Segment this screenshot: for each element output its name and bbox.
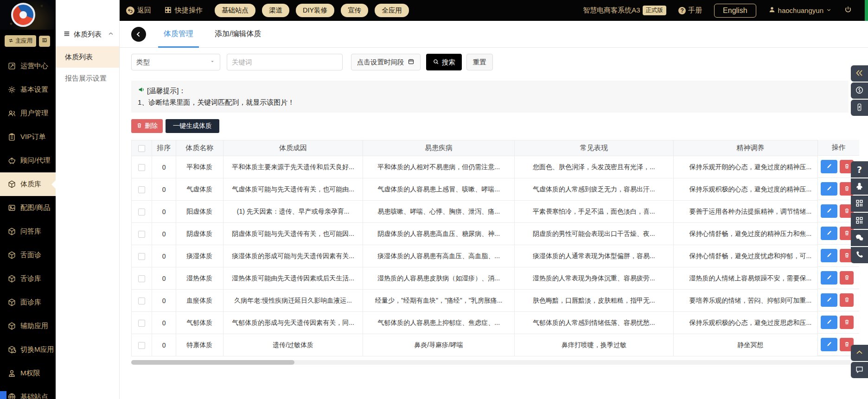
chevron-up-icon[interactable] <box>107 30 115 39</box>
chart-icon <box>7 62 16 71</box>
sidebar-item-体质库[interactable]: 体质库 <box>0 172 56 196</box>
qq-button[interactable] <box>851 178 868 195</box>
trash-icon <box>844 230 850 237</box>
green-edge-strip <box>865 0 868 21</box>
tip-box: [温馨提示]： 1、诊断结果里面，关键词匹配到，就显示该图片！ <box>131 81 849 113</box>
page-back-button[interactable] <box>131 27 146 42</box>
wechat-button[interactable] <box>851 230 868 246</box>
sidebar-item-配图/商品[interactable]: 配图/商品 <box>0 196 56 220</box>
horizontal-scrollbar[interactable] <box>131 360 853 365</box>
collapse-panel-button[interactable] <box>851 65 868 82</box>
sidebar-item-舌面诊[interactable]: 舌面诊 <box>0 243 56 267</box>
row-delete-button[interactable] <box>840 293 854 307</box>
row-checkbox[interactable] <box>138 342 145 349</box>
edit-button[interactable] <box>821 182 837 196</box>
back-to-top-button[interactable] <box>851 345 868 361</box>
sidebar-item-用户管理[interactable]: 用户管理 <box>0 101 56 125</box>
select-all-checkbox[interactable] <box>138 145 145 152</box>
sidebar-item-顾问/代理[interactable]: 顾问/代理 <box>0 149 56 172</box>
main-app-button[interactable]: 主应用 <box>5 35 36 47</box>
sidebar-item-label: 舌面诊 <box>20 251 41 260</box>
reset-button[interactable]: 重置 <box>466 54 493 70</box>
power-icon[interactable] <box>844 6 852 15</box>
row-checkbox[interactable] <box>138 231 145 238</box>
generate-button[interactable]: 一键生成体质 <box>166 119 219 133</box>
language-button[interactable]: English <box>714 4 756 18</box>
cube-icon <box>7 227 16 236</box>
sidebar-item-切换M应用[interactable]: 切换M应用 <box>0 338 56 361</box>
app-logo[interactable] <box>0 0 56 30</box>
edit-button[interactable] <box>821 249 837 262</box>
edit-button[interactable] <box>821 316 837 329</box>
cell-sort: 0 <box>152 245 176 267</box>
cell-sort: 0 <box>152 178 176 201</box>
pencil-icon <box>826 319 832 326</box>
delete-button[interactable]: 删除 <box>131 119 163 133</box>
topbar-pill-基础站点[interactable]: 基础站点 <box>215 4 255 17</box>
feedback-button[interactable] <box>851 362 868 378</box>
search-button[interactable]: 搜索 <box>426 54 462 70</box>
cell-cause: 痰湿体质的形成可能与先天遗传因素有关... <box>223 245 363 267</box>
edit-button[interactable] <box>821 338 837 351</box>
user-menu[interactable]: haochuangyun <box>768 6 832 15</box>
row-delete-button[interactable] <box>840 316 854 329</box>
submenu-header[interactable]: 体质列表 <box>56 21 119 46</box>
sidebar-item-辅助应用[interactable]: 辅助应用 <box>0 314 56 338</box>
row-checkbox[interactable] <box>138 186 145 193</box>
row-checkbox[interactable] <box>138 164 145 171</box>
edit-button[interactable] <box>821 227 837 240</box>
keyword-input[interactable] <box>227 54 343 70</box>
edit-button[interactable] <box>821 293 837 307</box>
submenu-item-体质列表[interactable]: 体质列表 <box>56 46 119 68</box>
time-range-button[interactable]: 点击设置时间段 <box>351 54 421 70</box>
sidebar-item-label: 舌诊库 <box>20 274 41 283</box>
mobile-preview-button[interactable] <box>851 100 868 116</box>
pencil-icon <box>826 297 832 304</box>
qrcode-button[interactable] <box>851 196 868 212</box>
topbar-pill-宣传[interactable]: 宣传 <box>341 4 368 17</box>
scrollbar-thumb[interactable] <box>131 360 294 365</box>
topbar-pill-渠道[interactable]: 渠道 <box>262 4 289 17</box>
system-title: 智慧电商客系统A3 正式版 <box>581 6 666 15</box>
row-checkbox[interactable] <box>138 275 145 282</box>
trash-icon <box>844 163 850 171</box>
row-checkbox[interactable] <box>138 209 145 215</box>
row-checkbox[interactable] <box>138 253 145 260</box>
edit-button[interactable] <box>821 271 837 285</box>
trash-icon <box>844 252 850 260</box>
qrcode-button-2[interactable] <box>851 213 868 229</box>
row-delete-button[interactable] <box>840 271 854 285</box>
phone-button[interactable] <box>851 247 868 263</box>
edit-button[interactable] <box>821 160 837 173</box>
quick-ops-button[interactable]: 快捷操作 <box>164 6 203 15</box>
sidebar-item-VIP订单[interactable]: VIP订单 <box>0 125 56 149</box>
row-checkbox[interactable] <box>138 320 145 327</box>
topbar-pill-全应用[interactable]: 全应用 <box>375 4 409 17</box>
sidebar-item-基本设置[interactable]: 基本设置 <box>0 78 56 101</box>
cell-cause: 湿热体质可能由先天遗传因素或后天生活... <box>223 267 363 290</box>
menu-fold-button[interactable] <box>39 36 50 47</box>
sidebar-item-舌诊库[interactable]: 舌诊库 <box>0 267 56 291</box>
sidebar-item-M权限[interactable]: M权限 <box>0 361 56 385</box>
sidebar-item-运营中心[interactable]: 运营中心 <box>0 54 56 78</box>
topbar-pill-DIY装修[interactable]: DIY装修 <box>296 4 334 17</box>
tab-constitution-manage[interactable]: 体质管理 <box>158 21 199 47</box>
back-button[interactable]: 返回 <box>126 6 151 15</box>
submenu-item-报告展示设置[interactable]: 报告展示设置 <box>56 68 119 89</box>
column-header-易患疾病: 易患疾病 <box>363 140 515 156</box>
sidebar-item-问答库[interactable]: 问答库 <box>0 220 56 243</box>
cube-icon <box>7 322 16 331</box>
help-button[interactable]: ? <box>851 161 868 177</box>
version-badge: 正式版 <box>643 6 667 15</box>
type-select[interactable]: 类型 <box>131 54 220 70</box>
link-button[interactable] <box>851 82 868 99</box>
tab-add-edit-constitution[interactable]: 添加/编辑体质 <box>209 21 267 47</box>
cell-signs: 痰湿体质的人通常表现为体型偏胖，容易... <box>515 245 673 267</box>
manual-link[interactable]: ? 手册 <box>678 6 702 15</box>
table-row: 0气郁体质气郁体质的形成与先天遗传因素有关，同...气郁体质的人容易患上抑郁症、… <box>132 312 860 334</box>
row-checkbox-cell <box>132 290 152 312</box>
sidebar-item-面诊库[interactable]: 面诊库 <box>0 291 56 314</box>
edit-button[interactable] <box>821 204 837 218</box>
row-checkbox[interactable] <box>138 298 145 304</box>
sidebar-item-基础站点[interactable]: 基础站点 <box>0 385 56 399</box>
